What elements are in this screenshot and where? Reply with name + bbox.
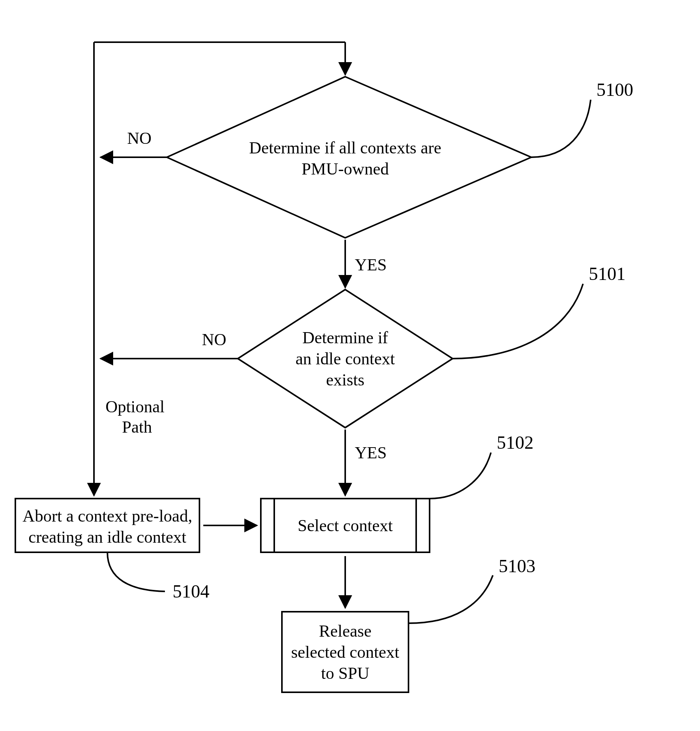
process-5102-line1: Select context (298, 516, 393, 535)
edge-label-optional-line1: Optional (105, 397, 165, 416)
ref-5101: 5101 (589, 263, 626, 284)
svg-marker-10 (167, 77, 531, 238)
ref-5104: 5104 (173, 581, 209, 601)
edge-label-no-5101: NO (202, 330, 226, 349)
decision-5101: Determine if an idle context exists (238, 290, 453, 428)
decision-5101-line3: exists (326, 370, 364, 389)
decision-5100-line1: Determine if all contexts are (249, 138, 441, 157)
ref-5103: 5103 (499, 556, 535, 576)
decision-5101-line1: Determine if (302, 328, 388, 347)
process-5104-line1: Abort a context pre-load, (23, 507, 192, 525)
process-5103-line2: selected context (291, 643, 399, 662)
decision-5101-line2: an idle context (295, 349, 395, 368)
process-5104: Abort a context pre-load, creating an id… (15, 499, 199, 552)
decision-5100-line2: PMU-owned (301, 160, 389, 178)
ref-5100: 5100 (596, 79, 633, 100)
edge-label-yes-5101: YES (355, 443, 387, 462)
process-5103-line1: Release (319, 622, 372, 640)
process-5103: Release selected context to SPU (282, 612, 408, 692)
edge-label-no-5100: NO (127, 129, 152, 148)
process-5103-line3: to SPU (321, 664, 369, 683)
ref-5102: 5102 (497, 432, 534, 453)
edge-label-yes-5100: YES (355, 255, 387, 274)
edge-label-optional-line2: Path (122, 418, 152, 436)
flowchart-diagram: NO YES NO Optional Path YES Determine if… (0, 0, 700, 731)
process-5104-line2: creating an idle context (28, 528, 186, 547)
decision-5100: Determine if all contexts are PMU-owned (167, 77, 531, 238)
process-5102: Select context (261, 499, 430, 552)
